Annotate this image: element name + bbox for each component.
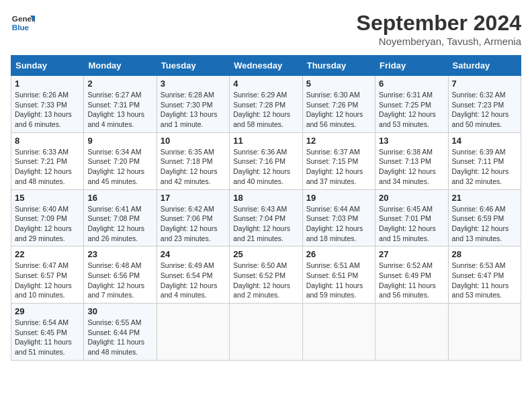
calendar-cell: 21Sunrise: 6:46 AMSunset: 6:59 PMDayligh…	[448, 189, 521, 246]
day-info: Sunrise: 6:38 AMSunset: 7:13 PMDaylight:…	[379, 147, 444, 187]
day-number: 13	[379, 136, 444, 146]
calendar-cell: 18Sunrise: 6:43 AMSunset: 7:04 PMDayligh…	[230, 189, 302, 246]
day-info: Sunrise: 6:53 AMSunset: 6:47 PMDaylight:…	[452, 261, 517, 300]
day-number: 2	[87, 79, 152, 89]
calendar-cell: 2Sunrise: 6:27 AMSunset: 7:31 PMDaylight…	[84, 76, 157, 133]
day-number: 21	[452, 193, 517, 203]
header-row: SundayMondayTuesdayWednesdayThursdayFrid…	[11, 56, 521, 76]
calendar-cell: 29Sunrise: 6:54 AMSunset: 6:45 PMDayligh…	[11, 304, 84, 361]
logo: General Blue	[11, 11, 35, 35]
day-number: 3	[161, 79, 226, 89]
day-info: Sunrise: 6:55 AMSunset: 6:44 PMDaylight:…	[87, 318, 152, 357]
day-number: 9	[87, 136, 152, 146]
day-number: 12	[306, 136, 371, 146]
day-info: Sunrise: 6:43 AMSunset: 7:04 PMDaylight:…	[233, 204, 298, 244]
day-number: 30	[87, 306, 152, 316]
title-block: September 2024 Noyemberyan, Tavush, Arme…	[357, 11, 521, 47]
col-header-monday: Monday	[84, 56, 157, 76]
col-header-sunday: Sunday	[11, 56, 84, 76]
logo-icon: General Blue	[11, 11, 35, 35]
day-number: 14	[452, 136, 517, 146]
day-number: 16	[87, 193, 152, 203]
day-number: 23	[87, 249, 152, 259]
day-number: 4	[233, 79, 298, 89]
day-number: 15	[15, 193, 80, 203]
day-number: 28	[452, 249, 517, 259]
day-info: Sunrise: 6:39 AMSunset: 7:11 PMDaylight:…	[452, 147, 517, 187]
day-number: 26	[306, 249, 371, 259]
day-info: Sunrise: 6:40 AMSunset: 7:09 PMDaylight:…	[15, 204, 80, 244]
calendar-cell: 8Sunrise: 6:33 AMSunset: 7:21 PMDaylight…	[11, 132, 84, 189]
week-row-4: 22Sunrise: 6:47 AMSunset: 6:57 PMDayligh…	[11, 246, 521, 304]
calendar-cell: 11Sunrise: 6:36 AMSunset: 7:16 PMDayligh…	[230, 132, 302, 189]
calendar-cell: 5Sunrise: 6:30 AMSunset: 7:26 PMDaylight…	[302, 76, 375, 133]
day-number: 10	[161, 136, 226, 146]
col-header-saturday: Saturday	[448, 56, 521, 76]
day-info: Sunrise: 6:46 AMSunset: 6:59 PMDaylight:…	[452, 204, 517, 244]
day-number: 20	[379, 193, 444, 203]
calendar-cell: 24Sunrise: 6:49 AMSunset: 6:54 PMDayligh…	[157, 246, 229, 304]
calendar-cell: 22Sunrise: 6:47 AMSunset: 6:57 PMDayligh…	[11, 246, 84, 304]
calendar-cell: 6Sunrise: 6:31 AMSunset: 7:25 PMDaylight…	[375, 76, 448, 133]
calendar-cell: 13Sunrise: 6:38 AMSunset: 7:13 PMDayligh…	[375, 132, 448, 189]
day-number: 24	[161, 249, 226, 259]
day-info: Sunrise: 6:49 AMSunset: 6:54 PMDaylight:…	[161, 261, 226, 300]
day-number: 6	[379, 79, 444, 89]
day-info: Sunrise: 6:32 AMSunset: 7:23 PMDaylight:…	[452, 90, 517, 130]
calendar-cell	[448, 304, 521, 361]
day-number: 8	[15, 136, 80, 146]
day-number: 17	[161, 193, 226, 203]
calendar-cell	[375, 304, 448, 361]
day-info: Sunrise: 6:34 AMSunset: 7:20 PMDaylight:…	[87, 147, 152, 187]
calendar-cell	[230, 304, 302, 361]
calendar-cell: 23Sunrise: 6:48 AMSunset: 6:56 PMDayligh…	[84, 246, 157, 304]
day-info: Sunrise: 6:35 AMSunset: 7:18 PMDaylight:…	[161, 147, 226, 187]
col-header-wednesday: Wednesday	[230, 56, 302, 76]
calendar-cell: 15Sunrise: 6:40 AMSunset: 7:09 PMDayligh…	[11, 189, 84, 246]
day-number: 29	[15, 306, 80, 316]
day-number: 18	[233, 193, 298, 203]
day-info: Sunrise: 6:45 AMSunset: 7:01 PMDaylight:…	[379, 204, 444, 244]
day-info: Sunrise: 6:44 AMSunset: 7:03 PMDaylight:…	[306, 204, 371, 244]
week-row-1: 1Sunrise: 6:26 AMSunset: 7:33 PMDaylight…	[11, 76, 521, 133]
calendar-cell: 17Sunrise: 6:42 AMSunset: 7:06 PMDayligh…	[157, 189, 229, 246]
day-info: Sunrise: 6:51 AMSunset: 6:51 PMDaylight:…	[306, 261, 371, 300]
day-info: Sunrise: 6:47 AMSunset: 6:57 PMDaylight:…	[15, 261, 80, 300]
page-header: General Blue September 2024 Noyemberyan,…	[11, 11, 521, 47]
calendar-cell: 9Sunrise: 6:34 AMSunset: 7:20 PMDaylight…	[84, 132, 157, 189]
col-header-friday: Friday	[375, 56, 448, 76]
calendar-cell: 3Sunrise: 6:28 AMSunset: 7:30 PMDaylight…	[157, 76, 229, 133]
calendar-cell: 12Sunrise: 6:37 AMSunset: 7:15 PMDayligh…	[302, 132, 375, 189]
day-number: 1	[15, 79, 80, 89]
day-info: Sunrise: 6:52 AMSunset: 6:49 PMDaylight:…	[379, 261, 444, 300]
calendar-cell: 27Sunrise: 6:52 AMSunset: 6:49 PMDayligh…	[375, 246, 448, 304]
day-number: 7	[452, 79, 517, 89]
calendar-cell: 20Sunrise: 6:45 AMSunset: 7:01 PMDayligh…	[375, 189, 448, 246]
svg-text:General: General	[12, 14, 35, 23]
calendar-cell: 28Sunrise: 6:53 AMSunset: 6:47 PMDayligh…	[448, 246, 521, 304]
day-info: Sunrise: 6:41 AMSunset: 7:08 PMDaylight:…	[87, 204, 152, 244]
week-row-2: 8Sunrise: 6:33 AMSunset: 7:21 PMDaylight…	[11, 132, 521, 189]
svg-text:Blue: Blue	[12, 23, 30, 32]
day-info: Sunrise: 6:50 AMSunset: 6:52 PMDaylight:…	[233, 261, 298, 300]
calendar-cell: 10Sunrise: 6:35 AMSunset: 7:18 PMDayligh…	[157, 132, 229, 189]
day-number: 11	[233, 136, 298, 146]
day-info: Sunrise: 6:27 AMSunset: 7:31 PMDaylight:…	[87, 90, 152, 130]
day-info: Sunrise: 6:29 AMSunset: 7:28 PMDaylight:…	[233, 90, 298, 130]
day-info: Sunrise: 6:31 AMSunset: 7:25 PMDaylight:…	[379, 90, 444, 130]
calendar-cell: 16Sunrise: 6:41 AMSunset: 7:08 PMDayligh…	[84, 189, 157, 246]
day-number: 22	[15, 249, 80, 259]
calendar-table: SundayMondayTuesdayWednesdayThursdayFrid…	[11, 55, 521, 361]
calendar-cell: 25Sunrise: 6:50 AMSunset: 6:52 PMDayligh…	[230, 246, 302, 304]
day-info: Sunrise: 6:26 AMSunset: 7:33 PMDaylight:…	[15, 90, 80, 130]
day-number: 19	[306, 193, 371, 203]
calendar-cell: 14Sunrise: 6:39 AMSunset: 7:11 PMDayligh…	[448, 132, 521, 189]
calendar-cell: 30Sunrise: 6:55 AMSunset: 6:44 PMDayligh…	[84, 304, 157, 361]
day-info: Sunrise: 6:48 AMSunset: 6:56 PMDaylight:…	[87, 261, 152, 300]
page-title: September 2024	[357, 11, 521, 36]
calendar-cell: 26Sunrise: 6:51 AMSunset: 6:51 PMDayligh…	[302, 246, 375, 304]
week-row-3: 15Sunrise: 6:40 AMSunset: 7:09 PMDayligh…	[11, 189, 521, 246]
calendar-cell	[157, 304, 229, 361]
col-header-thursday: Thursday	[302, 56, 375, 76]
day-info: Sunrise: 6:36 AMSunset: 7:16 PMDaylight:…	[233, 147, 298, 187]
